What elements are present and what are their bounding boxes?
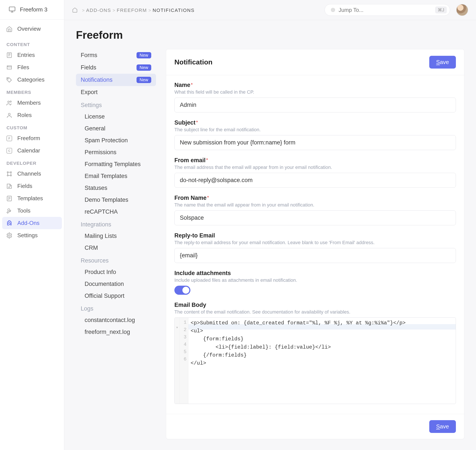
subnav: FormsNewFieldsNewNotificationsNewExport …	[76, 49, 156, 338]
subnav-sub-freeform-next-log[interactable]: freeform_next.log	[76, 326, 156, 338]
search-kbd: ⌘J	[435, 6, 447, 13]
sidebar-item-entries[interactable]: Entries	[2, 49, 62, 61]
search-input[interactable]	[339, 7, 432, 13]
sidebar-item-label: Add-Ons	[17, 220, 40, 226]
code-gutter: 123456	[180, 318, 188, 404]
sidebar-heading: CONTENT	[0, 38, 64, 49]
subnav-sub-email-templates[interactable]: Email Templates	[76, 170, 156, 182]
from-name-input[interactable]	[174, 210, 456, 225]
subnav-fields[interactable]: FieldsNew	[76, 61, 156, 74]
channels-icon	[6, 171, 12, 177]
home-icon	[6, 26, 12, 32]
svg-point-11	[8, 235, 10, 236]
subnav-notifications[interactable]: NotificationsNew	[76, 74, 156, 86]
svg-point-12	[331, 8, 335, 12]
subnav-sub-constantcontact-log[interactable]: constantcontact.log	[76, 314, 156, 326]
from-email-input[interactable]	[174, 173, 456, 188]
gutter-fold: ▾	[175, 318, 180, 404]
subnav-sub-license[interactable]: License	[76, 111, 156, 123]
jump-to-search[interactable]: ⌘J	[325, 4, 450, 16]
sidebar-item-settings[interactable]: Settings	[2, 229, 62, 242]
sidebar-item-fields[interactable]: Fields	[2, 180, 62, 192]
subnav-forms[interactable]: FormsNew	[76, 49, 156, 61]
sidebar-item-label: Settings	[17, 232, 38, 239]
sidebar-item-label: Calendar	[17, 147, 40, 154]
sidebar-item-files[interactable]: Files	[2, 61, 62, 74]
templates-icon	[6, 195, 12, 202]
subnav-sub-official-support[interactable]: Official Support	[76, 290, 156, 302]
subject-input[interactable]	[174, 135, 456, 150]
roles-icon	[6, 112, 12, 118]
brand-label: Freeform 3	[20, 6, 47, 13]
sidebar-item-tools[interactable]: Tools	[2, 205, 62, 217]
avatar[interactable]	[456, 4, 468, 16]
sidebar-item-label: Roles	[17, 112, 32, 118]
sidebar-item-label: Entries	[17, 52, 35, 58]
svg-point-8	[7, 175, 8, 176]
subnav-sub-demo-templates[interactable]: Demo Templates	[76, 194, 156, 206]
svg-point-4	[10, 101, 11, 102]
sidebar-item-add-ons[interactable]: Add-Ons	[2, 217, 62, 229]
subnav-heading: Logs	[76, 302, 156, 314]
settings-icon	[6, 232, 12, 239]
new-badge: New	[137, 52, 151, 58]
sidebar-item-label: Templates	[17, 195, 43, 202]
new-badge: New	[137, 77, 151, 83]
subnav-sub-spam-protection[interactable]: Spam Protection	[76, 135, 156, 146]
save-button-bottom[interactable]: Save	[429, 420, 456, 433]
svg-point-3	[8, 101, 10, 103]
subnav-sub-recaptcha[interactable]: reCAPTCHA	[76, 206, 156, 218]
reply-to-input[interactable]	[174, 248, 456, 263]
attachments-toggle[interactable]	[174, 286, 190, 295]
svg-point-2	[8, 78, 8, 79]
crumb-add-ons[interactable]: ADD-ONS	[86, 8, 111, 13]
subnav-sub-product-info[interactable]: Product Info	[76, 266, 156, 278]
sidebar-item-label: Files	[17, 64, 29, 71]
subnav-export[interactable]: Export	[76, 86, 156, 98]
files-icon	[6, 64, 12, 71]
sidebar-heading: DEVELOPER	[0, 157, 64, 168]
categories-icon	[6, 77, 12, 83]
sidebar-heading: MEMBERS	[0, 86, 64, 97]
subnav-sub-crm[interactable]: CRM	[76, 242, 156, 254]
main: > ADD-ONS > FREEFORM > NOTIFICATIONS ⌘J …	[64, 0, 476, 450]
sidebar-item-templates[interactable]: Templates	[2, 192, 62, 205]
subnav-sub-permissions[interactable]: Permissions	[76, 146, 156, 158]
members-icon	[6, 100, 12, 106]
save-button[interactable]: Save	[429, 56, 456, 69]
monitor-icon	[9, 6, 16, 13]
freeform-icon: F	[6, 135, 12, 142]
home-icon[interactable]	[72, 7, 78, 13]
sidebar-item-channels[interactable]: Channels	[2, 168, 62, 180]
new-badge: New	[137, 65, 151, 71]
crumb-notifications[interactable]: NOTIFICATIONS	[152, 8, 194, 13]
sidebar-item-members[interactable]: Members	[2, 97, 62, 109]
fields-icon	[6, 183, 12, 189]
sidebar-item-label: Categories	[17, 76, 45, 83]
add-ons-icon	[6, 220, 12, 226]
sidebar-item-label: Tools	[17, 207, 30, 214]
crumb-freeform[interactable]: FREEFORM	[117, 8, 147, 13]
email-body-editor[interactable]: ▾ 123456 <p>Submitted on: {date_created …	[174, 317, 456, 404]
svg-point-9	[10, 175, 12, 176]
code-body[interactable]: <p>Submitted on: {date_created format="%…	[191, 319, 453, 367]
subnav-sub-mailing-lists[interactable]: Mailing Lists	[76, 230, 156, 242]
breadcrumb: > ADD-ONS > FREEFORM > NOTIFICATIONS	[72, 7, 194, 13]
sidebar-item-label: Fields	[17, 183, 32, 189]
subnav-sub-formatting-templates[interactable]: Formatting Templates	[76, 158, 156, 170]
sidebar-item-roles[interactable]: Roles	[2, 109, 62, 121]
tools-icon	[6, 207, 12, 214]
sidebar-item-categories[interactable]: Categories	[2, 74, 62, 86]
subnav-sub-documentation[interactable]: Documentation	[76, 278, 156, 290]
sidebar-item-calendar[interactable]: CCalendar	[2, 144, 62, 157]
svg-point-7	[10, 172, 12, 173]
subnav-sub-general[interactable]: General	[76, 123, 156, 135]
sidebar-item-overview[interactable]: Overview	[2, 23, 62, 35]
name-input[interactable]	[174, 98, 456, 112]
entries-icon	[6, 52, 12, 58]
sidebar-item-freeform[interactable]: FFreeform	[2, 132, 62, 144]
brand: Freeform 3	[0, 0, 64, 20]
page-title: Freeform	[76, 29, 464, 41]
topbar: > ADD-ONS > FREEFORM > NOTIFICATIONS ⌘J	[64, 0, 476, 20]
subnav-sub-statuses[interactable]: Statuses	[76, 182, 156, 194]
